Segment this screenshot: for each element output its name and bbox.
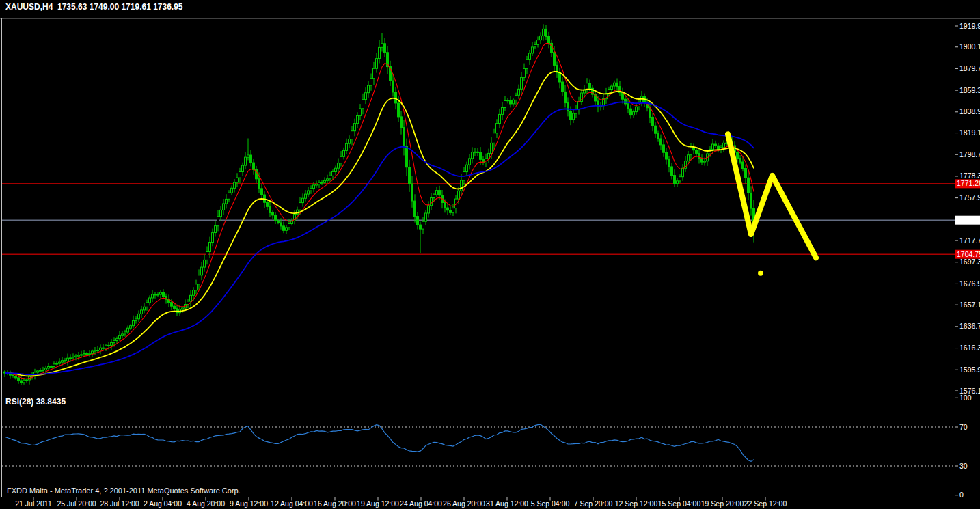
time-axis-label: 22 Sep 12:00 [744,499,787,508]
rsi-pane: 10070300 [2,394,972,499]
time-axis-label: 12 Sep 12:00 [615,499,658,508]
horizontal-lines[interactable] [2,184,955,254]
price-axis-label: 1879.70 [959,64,980,72]
price-axis-label: 1859.30 [959,86,980,94]
price-axis-label: 1616.30 [959,344,980,352]
rsi-axis-label: 30 [959,462,968,470]
rsi-line [5,424,754,461]
pane-borders [0,18,980,497]
price-axis-label: 1757.90 [959,193,980,202]
copyright-text: FXDD Malta - MetaTrader 4, ? 2001-2011 M… [7,486,241,495]
time-axis-label: 9 Aug 12:00 [230,499,268,508]
rsi-indicator-label: RSI(28) 38.8435 [5,397,66,407]
time-axis-label: 2 Aug 04:00 [144,499,182,508]
time-axis-label: 25 Jul 20:00 [57,499,96,508]
time-axis-label: 21 Jul 2011 [15,499,52,508]
price-axis-label: 1919.90 [959,22,980,30]
time-axis-label: 16 Aug 20:00 [314,499,356,508]
chart-canvas[interactable]: 1919.901900.101879.701859.301838.901819.… [0,0,980,509]
svg-text:1704.75: 1704.75 [957,250,980,258]
price-tag-current: 1736.95 [955,216,980,225]
price-axis-label: 1657.10 [959,301,980,309]
time-axis-label: 24 Aug 04:00 [400,499,442,508]
price-axis-label: 1798.70 [959,150,980,159]
candlestick-series [4,24,755,385]
price-axis-label: 1838.90 [959,107,980,115]
price-axis: 1919.901900.101879.701859.301838.901819.… [955,22,980,395]
price-axis-label: 1636.70 [959,322,980,330]
price-axis-label: 1676.90 [959,279,980,288]
mt4-chart-window: 1919.901900.101879.701859.301838.901819.… [0,0,980,509]
price-tag-support: 1704.75 [955,250,980,259]
time-axis: 21 Jul 201125 Jul 20:0028 Jul 12:002 Aug… [15,497,787,508]
time-axis-label: 15 Sep 04:00 [658,499,701,508]
svg-text:1736.95: 1736.95 [957,216,980,224]
rsi-axis-label: 0 [959,491,964,499]
time-axis-label: 28 Jul 12:00 [100,499,139,508]
annotation-dot[interactable] [758,271,763,276]
time-axis-label: 12 Aug 04:00 [271,499,313,508]
chart-title: XAUUSD,H4 1735.63 1749.00 1719.61 1736.9… [5,2,183,12]
price-axis-label: 1717.70 [959,236,980,245]
time-axis-label: 19 Aug 12:00 [357,499,399,508]
time-axis-label: 5 Sep 04:00 [531,499,570,508]
price-axis-label: 1697.30 [959,258,980,266]
price-axis-label: 1595.90 [959,366,980,374]
ma-mid-line [5,72,754,376]
rsi-axis-label: 70 [959,423,968,431]
svg-text:1771.26: 1771.26 [957,179,980,187]
rsi-axis-label: 100 [959,394,972,402]
price-axis-label: 1819.10 [959,128,980,137]
ma-slow-line [5,102,754,375]
time-axis-label: 26 Aug 20:00 [443,499,485,508]
trend-annotation-zigzag[interactable] [728,134,816,258]
time-axis-label: 7 Sep 20:00 [574,499,613,508]
price-axis-label: 1900.10 [959,42,980,51]
time-axis-label: 31 Aug 12:00 [486,499,528,508]
time-axis-label: 19 Sep 20:00 [701,499,744,508]
time-axis-label: 4 Aug 20:00 [187,499,225,508]
price-tag-resistance: 1771.26 [955,179,980,188]
